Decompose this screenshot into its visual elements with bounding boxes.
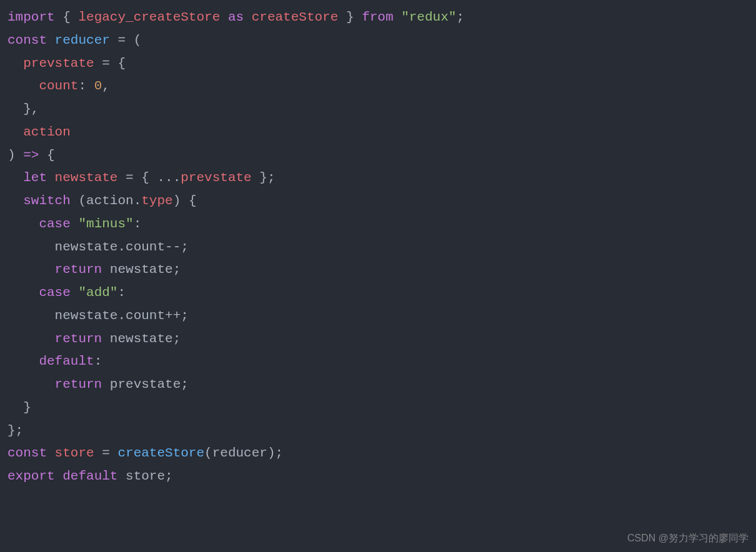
punct: : [78,79,94,93]
string: "add" [71,285,118,300]
punct: = [94,446,118,460]
identifier: store; [117,469,172,483]
keyword-default: default [55,469,118,483]
punct: }; [7,423,23,438]
keyword-case: case [7,285,71,300]
property: type [141,194,172,208]
watermark: CSDN @努力学习的廖同学 [627,530,749,547]
identifier: newstate; [102,262,181,277]
punct: }, [7,102,39,116]
keyword-const: const [7,33,47,47]
punct: : [117,285,126,300]
keyword-default: default [7,354,94,368]
keyword-let: let [7,170,47,185]
punct: } [7,400,31,415]
keyword-case: case [7,217,71,231]
punct: = { [94,56,126,71]
function-call: createStore [117,446,204,460]
keyword-export: export [7,469,55,483]
identifier: newstate [47,170,117,185]
identifier: prevstate [181,170,251,185]
keyword-import: import [7,10,55,24]
string: "minus" [71,217,134,231]
string: "redux" [394,10,457,24]
identifier: legacy_createStore [78,10,220,24]
punct: ) { [173,194,197,208]
identifier: prevstate; [102,377,189,392]
punct: } [338,10,362,24]
punct: = { ... [117,170,181,185]
punct: = ( [110,33,141,47]
keyword-return: return [7,332,102,346]
identifier: store [47,446,94,460]
code-block[interactable]: import { legacy_createStore as createSto… [7,6,749,488]
keyword-as: as [220,10,251,24]
keyword-return: return [7,377,102,392]
keyword-from: from [362,10,393,24]
param: action [7,125,71,139]
punct: (reducer); [204,446,283,460]
punct: , [102,79,110,93]
keyword-const: const [7,446,47,460]
keyword-return: return [7,262,102,277]
punct: : [94,354,102,368]
punct: }; [252,170,276,185]
statement: newstate.count--; [7,240,189,254]
punct: ) [7,148,23,162]
statement: newstate.count++; [7,308,189,323]
punct: { [39,148,54,162]
punct: { [55,10,79,24]
keyword-switch: switch [7,194,71,208]
param: prevstate [7,56,94,71]
number: 0 [94,79,102,93]
identifier: reducer [47,33,110,47]
punct: (action. [71,194,141,208]
arrow: => [23,148,39,162]
punct: : [134,217,142,231]
property: count [7,79,78,93]
punct: ; [456,10,464,24]
identifier: createStore [252,10,339,24]
identifier: newstate; [102,332,181,346]
